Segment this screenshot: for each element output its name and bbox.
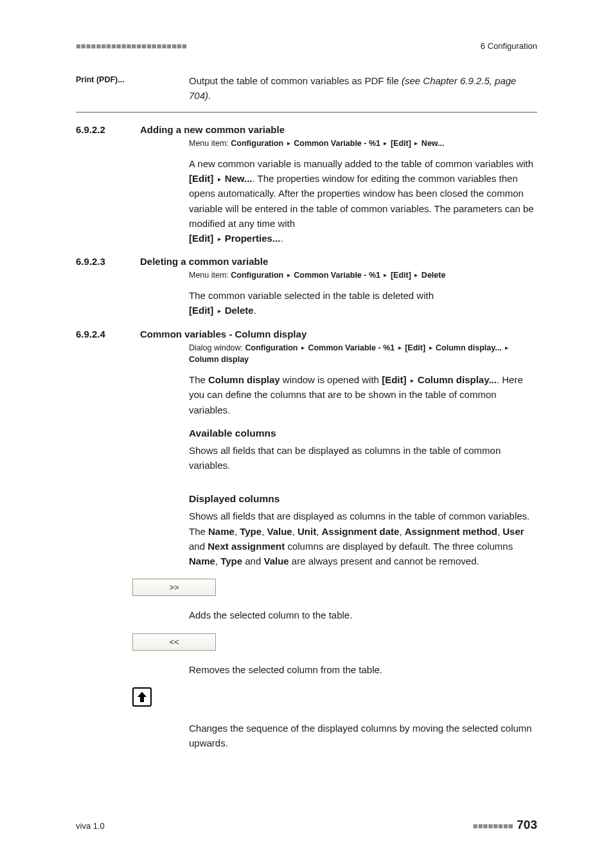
ui-ref: Column display... — [418, 374, 497, 385]
crumb-item: Configuration — [245, 343, 298, 352]
move-up-text: Changes the sequence of the displayed co… — [189, 721, 537, 751]
section-title: Adding a new common variable — [140, 124, 537, 135]
crumb-item: New... — [422, 139, 445, 148]
text: Output the table of common variables as … — [189, 75, 402, 86]
text: The — [189, 374, 208, 385]
col-name: Name — [208, 526, 235, 537]
add-column-text: Adds the selected column to the table. — [189, 608, 537, 622]
text: A new common variable is manually added … — [189, 158, 533, 169]
chevron-right-icon: ▸ — [286, 140, 292, 147]
text: window is opened with — [280, 374, 382, 385]
displayed-columns-heading: Displayed columns — [189, 493, 537, 505]
menu-path: Menu item: Configuration ▸ Common Variab… — [189, 269, 537, 282]
section-number: 6.9.2.2 — [76, 124, 140, 135]
footer-dashes: ■■■■■■■■ — [473, 821, 513, 831]
footer-product: viva 1.0 — [76, 821, 105, 831]
crumb-item: [Edit] — [391, 139, 411, 148]
ui-ref: Properties... — [225, 233, 281, 244]
move-up-button[interactable] — [132, 687, 152, 707]
section-title: Deleting a common variable — [140, 256, 537, 267]
col-name: User — [502, 526, 524, 537]
print-pdf-row: Print (PDF)... Output the table of commo… — [76, 74, 537, 113]
remove-column-text: Removes the selected column from the tab… — [189, 662, 537, 677]
sep: , — [399, 526, 404, 537]
col-name: Name — [189, 556, 215, 566]
col-name: Assignment date — [322, 526, 400, 537]
sep: , — [235, 526, 240, 537]
chevron-right-icon: ▸ — [428, 344, 434, 351]
col-name: Type — [240, 526, 262, 537]
displayed-columns-text: Shows all fields that are displayed as c… — [189, 509, 537, 568]
page-number: 703 — [517, 818, 537, 831]
chevron-right-icon: ▸ — [413, 140, 419, 147]
ui-ref: [Edit] — [382, 374, 406, 385]
text: Menu item: — [189, 271, 231, 280]
crumb-item: Column display — [189, 355, 249, 364]
col-name: Next assignment — [208, 541, 285, 552]
chevron-right-icon: ▸ — [217, 176, 222, 183]
available-columns-heading: Available columns — [189, 428, 537, 439]
ui-ref: [Edit] — [189, 305, 213, 316]
ui-ref: [Edit] — [189, 173, 213, 184]
sep: , — [497, 526, 502, 537]
text: The common variable selected in the tabl… — [189, 290, 434, 301]
add-column-button[interactable]: >> — [132, 579, 216, 596]
text: . — [280, 233, 283, 244]
crumb-item: Delete — [422, 271, 446, 280]
crumb-item: Configuration — [231, 271, 283, 280]
paragraph: The common variable selected in the tabl… — [189, 288, 537, 318]
chevron-right-icon: ▸ — [382, 271, 388, 278]
text: are always present and cannot be removed… — [289, 556, 479, 566]
ui-ref: Column display — [208, 374, 280, 385]
col-name: Unit — [298, 526, 316, 537]
text: Menu item: — [189, 139, 231, 148]
chevron-right-icon: ▸ — [217, 235, 222, 242]
sep: , — [215, 556, 220, 566]
col-name: Value — [263, 556, 289, 566]
text: columns are displayed by default. The th… — [285, 541, 513, 552]
ui-ref: New... — [225, 173, 253, 184]
print-pdf-description: Output the table of common variables as … — [189, 74, 537, 103]
chevron-right-icon: ▸ — [504, 344, 510, 351]
section-title: Common variables - Column display — [140, 329, 537, 339]
footer-right: ■■■■■■■■ 703 — [473, 818, 537, 832]
crumb-item: Common Variable - %1 — [294, 271, 380, 280]
paragraph: The Column display window is opened with… — [189, 372, 537, 417]
section-number: 6.9.2.3 — [76, 256, 140, 267]
paragraph: A new common variable is manually added … — [189, 156, 537, 246]
header-section-label: 6 Configuration — [481, 41, 537, 51]
chevron-right-icon: ▸ — [217, 307, 222, 314]
chevron-right-icon: ▸ — [286, 271, 292, 278]
crumb-item: [Edit] — [391, 271, 411, 280]
col-name: Assignment method — [405, 526, 497, 537]
text: . — [254, 305, 256, 316]
chevron-right-icon: ▸ — [409, 377, 415, 384]
arrow-up-icon — [135, 690, 149, 704]
text: Dialog window: — [189, 343, 245, 352]
section-6-9-2-4-heading: 6.9.2.4 Common variables - Column displa… — [76, 329, 537, 339]
crumb-item: Common Variable - %1 — [308, 343, 395, 352]
crumb-item: Column display... — [436, 343, 502, 352]
menu-path: Menu item: Configuration ▸ Common Variab… — [189, 138, 537, 150]
chevron-right-icon: ▸ — [397, 344, 403, 351]
section-6-9-2-3-heading: 6.9.2.3 Deleting a common variable — [76, 256, 537, 267]
crumb-item: Configuration — [231, 139, 283, 148]
col-name: Value — [267, 526, 292, 537]
ui-ref: [Edit] — [189, 233, 213, 244]
header-dashes: ■■■■■■■■■■■■■■■■■■■■■■ — [76, 41, 187, 51]
crumb-item: [Edit] — [405, 343, 425, 352]
running-header: ■■■■■■■■■■■■■■■■■■■■■■ 6 Configuration — [76, 41, 537, 51]
sep: , — [316, 526, 321, 537]
text: . — [208, 90, 211, 101]
chevron-right-icon: ▸ — [300, 344, 306, 351]
crumb-item: Common Variable - %1 — [294, 139, 380, 148]
available-columns-text: Shows all fields that can be displayed a… — [189, 443, 537, 473]
section-number: 6.9.2.4 — [76, 329, 140, 339]
and: and — [242, 556, 263, 566]
sep: , — [292, 526, 298, 537]
and: and — [189, 541, 208, 552]
page-footer: viva 1.0 ■■■■■■■■ 703 — [76, 818, 537, 832]
chevron-right-icon: ▸ — [382, 140, 388, 147]
remove-column-button[interactable]: << — [132, 633, 216, 651]
chevron-right-icon: ▸ — [413, 271, 419, 278]
